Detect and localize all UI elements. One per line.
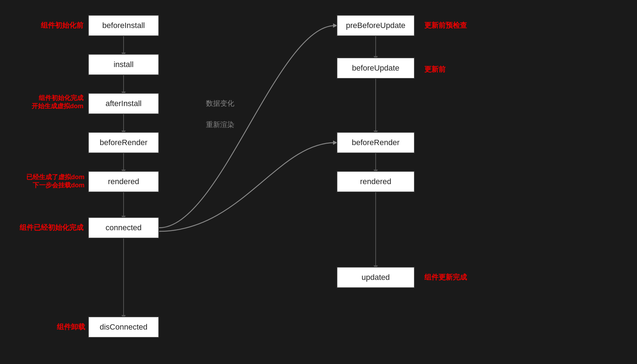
box-rendered: rendered — [88, 171, 159, 192]
box-preBeforeUpdate: preBeforeUpdate — [337, 15, 415, 36]
label-unmount: 组件卸载 — [36, 322, 85, 331]
box-disConnected: disConnected — [88, 316, 159, 338]
diagram-container: beforeInstall install afterInstall befor… — [0, 0, 637, 364]
box-beforeInstall: beforeInstall — [88, 15, 159, 36]
box-beforeUpdate: beforeUpdate — [337, 57, 415, 79]
label-pre-update-check: 更新前预检查 — [424, 21, 488, 30]
label-update-complete: 组件更新完成 — [424, 272, 488, 282]
box-connected: connected — [88, 217, 159, 238]
label-rerender: 重新渲染 — [206, 120, 234, 129]
box-rendered2: rendered — [337, 171, 415, 192]
label-pre-init: 组件初始化前 — [21, 21, 83, 30]
label-before-update: 更新前 — [424, 65, 488, 74]
label-init-done: 组件初始化完成开始生成虚拟dom — [7, 94, 83, 111]
box-updated: updated — [337, 267, 415, 288]
label-data-change: 数据变化 — [206, 99, 234, 108]
box-install: install — [88, 54, 159, 75]
box-beforeRender2: beforeRender — [337, 132, 415, 153]
box-afterInstall: afterInstall — [88, 93, 159, 114]
box-beforeRender: beforeRender — [88, 132, 159, 153]
label-init-complete: 组件已经初始化完成 — [11, 223, 83, 232]
label-virtual-dom: 已经生成了虚拟dom下一步会挂载dom — [3, 173, 85, 190]
